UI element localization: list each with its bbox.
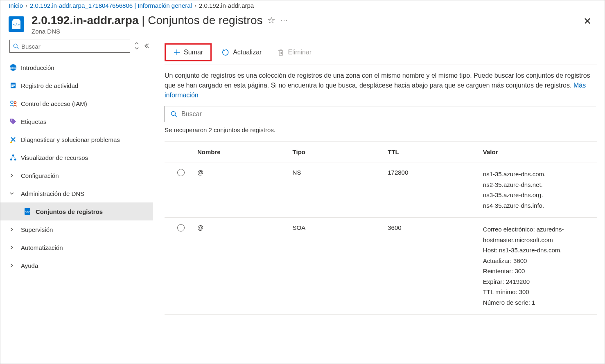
svg-point-21	[172, 112, 176, 116]
col-value[interactable]: Valor	[483, 148, 597, 155]
sidebar-item-label: Etiquetas	[21, 118, 148, 125]
page-subtitle: Zona DNS	[32, 28, 578, 35]
sidebar-item-1[interactable]: Registro de actividad	[0, 76, 153, 94]
table-header: Nombre Tipo TTL Valor	[165, 142, 597, 162]
main-content: Sumar Actualizar Eliminar Un conjunto de…	[153, 40, 605, 358]
cell-name: @	[197, 169, 293, 176]
row-checkbox[interactable]	[177, 169, 185, 176]
breadcrumb-mid[interactable]: 2.0.192.in-addr.arpa_1718047656806 | Inf…	[30, 2, 192, 9]
sidebar-item-label: Ayuda	[21, 262, 148, 269]
page-title: 2.0.192.in-addr.arpa | Conjuntos de regi…	[32, 14, 578, 27]
svg-line-22	[175, 115, 177, 117]
sidebar-item-3[interactable]: Etiquetas	[0, 112, 153, 130]
add-button[interactable]: Sumar	[165, 43, 212, 61]
svg-text:DNS: DNS	[10, 66, 16, 69]
chevron-right-icon: ›	[25, 2, 27, 9]
search-icon	[171, 111, 177, 117]
sidebar-item-label: Supervisión	[21, 226, 148, 233]
cell-type: SOA	[293, 224, 388, 231]
svg-point-1	[14, 44, 17, 47]
svg-rect-7	[11, 85, 15, 86]
sidebar-search-input[interactable]	[21, 43, 126, 50]
sidebar-item-label: Conjuntos de registros	[36, 208, 148, 215]
svg-line-2	[17, 47, 18, 49]
sidebar-item-9[interactable]: Supervisión	[0, 220, 153, 238]
more-icon[interactable]: ⋯	[280, 16, 289, 25]
chevron-right-icon: ›	[194, 2, 196, 9]
svg-point-9	[11, 101, 13, 103]
svg-point-10	[14, 102, 16, 104]
sidebar-item-10[interactable]: Automatización	[0, 238, 153, 256]
trash-icon	[277, 49, 284, 56]
dns-zone-icon: </>	[9, 16, 24, 32]
sidebar-item-4[interactable]: Diagnosticar y solucionar problemas	[0, 130, 153, 148]
svg-rect-6	[11, 84, 15, 85]
chevron-right-icon	[9, 173, 21, 178]
page-header: </> 2.0.192.in-addr.arpa | Conjuntos de …	[0, 10, 605, 40]
sidebar-item-5[interactable]: Visualizador de recursos	[0, 148, 153, 166]
records-table: Nombre Tipo TTL Valor @NS172800ns1-35.az…	[165, 142, 597, 315]
table-row[interactable]: @NS172800ns1-35.azure-dns.com.ns2-35.azu…	[165, 162, 597, 218]
svg-point-13	[10, 159, 12, 161]
tag-icon	[9, 118, 21, 125]
breadcrumb: Inicio › 2.0.192.in-addr.arpa_1718047656…	[0, 0, 605, 10]
collapse-icon[interactable]	[143, 43, 149, 50]
sidebar-item-label: Automatización	[21, 244, 148, 251]
col-ttl[interactable]: TTL	[388, 148, 483, 155]
sidebar-item-label: Control de acceso (IAM)	[21, 100, 148, 107]
dns-doc-icon: </>	[24, 208, 36, 215]
chevron-right-icon	[9, 263, 21, 268]
sidebar-item-11[interactable]: Ayuda	[0, 256, 153, 274]
description-text: Un conjunto de registros es una colecció…	[165, 65, 597, 106]
resource-icon	[9, 154, 21, 161]
expand-icon[interactable]	[134, 42, 139, 51]
breadcrumb-home[interactable]: Inicio	[9, 2, 23, 9]
svg-text:</>: </>	[13, 22, 20, 27]
svg-text:</>: </>	[25, 210, 30, 213]
sidebar-item-2[interactable]: Control de acceso (IAM)	[0, 94, 153, 112]
cell-value: ns1-35.azure-dns.com.ns2-35.azure-dns.ne…	[483, 169, 597, 211]
svg-point-14	[14, 159, 16, 161]
sidebar-item-label: Diagnosticar y solucionar problemas	[21, 136, 148, 143]
table-row[interactable]: @SOA3600Correo electrónico: azuredns-hos…	[165, 218, 597, 315]
chevron-down-icon	[9, 191, 21, 196]
svg-rect-8	[11, 86, 14, 87]
breadcrumb-last[interactable]: 2.0.192.in-addr.arpa	[199, 2, 254, 9]
svg-point-12	[12, 155, 14, 157]
star-icon[interactable]: ☆	[267, 15, 275, 26]
sidebar-item-8[interactable]: </>Conjuntos de registros	[0, 202, 153, 220]
sidebar-item-6[interactable]: Configuración	[0, 166, 153, 184]
chevron-right-icon	[9, 245, 21, 250]
sidebar-item-label: Visualizador de recursos	[21, 154, 148, 161]
svg-line-15	[11, 156, 13, 159]
refresh-button[interactable]: Actualizar	[216, 46, 267, 59]
close-icon[interactable]: ✕	[578, 14, 596, 29]
sidebar-item-label: Configuración	[21, 172, 148, 179]
status-text: Se recuperaron 2 conjuntos de registros.	[165, 126, 597, 133]
cell-type: NS	[293, 169, 388, 176]
sidebar-item-label: Administración de DNS	[21, 190, 148, 197]
records-search-input[interactable]	[181, 110, 591, 118]
plus-icon	[173, 49, 181, 56]
cell-name: @	[197, 224, 293, 231]
log-icon	[9, 82, 21, 89]
row-checkbox[interactable]	[177, 224, 185, 231]
sidebar-item-label: Registro de actividad	[21, 82, 148, 89]
sidebar: DNSIntroducciónRegistro de actividadCont…	[0, 40, 153, 358]
cell-value: Correo electrónico: azuredns-hostmaster.…	[483, 224, 597, 308]
iam-icon	[9, 100, 21, 107]
sidebar-item-0[interactable]: DNSIntroducción	[0, 58, 153, 76]
cell-ttl: 3600	[388, 224, 483, 231]
col-type[interactable]: Tipo	[293, 148, 388, 155]
col-name[interactable]: Nombre	[197, 148, 293, 155]
records-search[interactable]	[165, 106, 597, 122]
sidebar-search[interactable]	[9, 40, 130, 53]
toolbar: Sumar Actualizar Eliminar	[165, 40, 597, 65]
sidebar-item-7[interactable]: Administración de DNS	[0, 184, 153, 202]
refresh-icon	[221, 48, 230, 56]
search-icon	[13, 43, 19, 49]
svg-line-16	[13, 156, 15, 159]
dns-circle-icon: DNS	[9, 64, 21, 71]
cell-ttl: 172800	[388, 169, 483, 176]
sidebar-item-label: Introducción	[21, 64, 148, 71]
